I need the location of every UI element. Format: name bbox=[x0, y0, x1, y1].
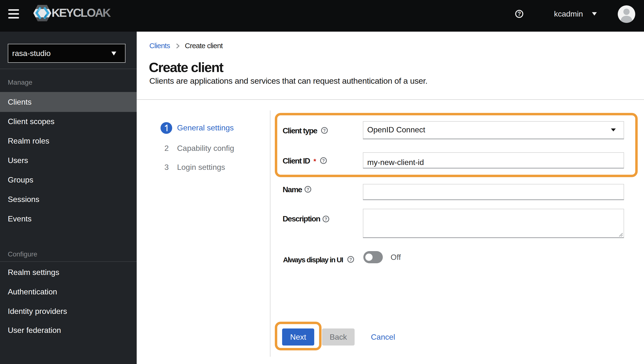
svg-text:?: ? bbox=[350, 257, 352, 262]
svg-text:?: ? bbox=[322, 159, 325, 164]
svg-text:?: ? bbox=[325, 217, 327, 222]
svg-text:?: ? bbox=[518, 11, 521, 17]
svg-text:?: ? bbox=[306, 187, 309, 192]
svg-text:KEYCLOAK: KEYCLOAK bbox=[52, 6, 111, 19]
svg-text:?: ? bbox=[323, 129, 326, 133]
